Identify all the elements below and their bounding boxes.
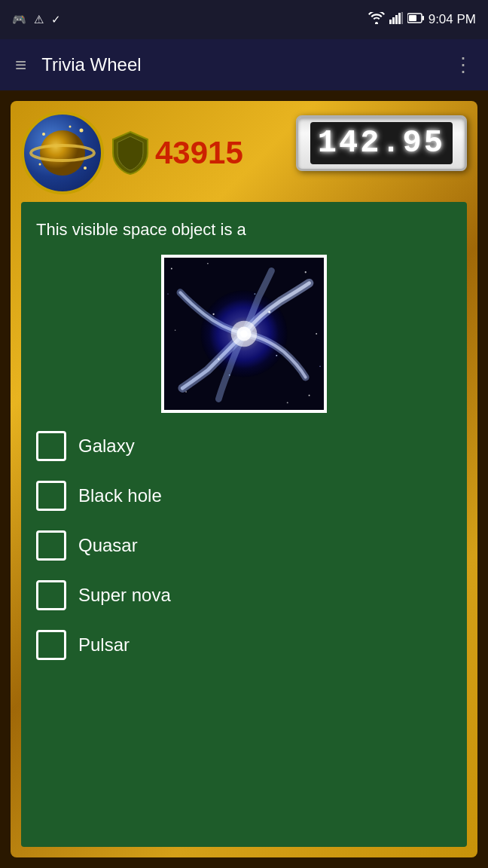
status-icons: 🎮 ⚠ ✓: [12, 13, 61, 26]
checkbox-galaxy[interactable]: [36, 431, 66, 461]
checkbox-black-hole[interactable]: [36, 481, 66, 511]
gold-frame: 43915 142.95 This visible space object i…: [11, 101, 477, 857]
svg-point-25: [319, 366, 321, 368]
svg-point-22: [207, 263, 209, 264]
galaxy-image-container: [36, 255, 452, 413]
shield-badge-icon: [111, 130, 149, 176]
svg-rect-7: [422, 16, 424, 20]
svg-point-17: [305, 271, 307, 273]
svg-point-20: [175, 329, 176, 331]
time-display: 9:04 PM: [429, 12, 476, 27]
game-header: 43915 142.95: [21, 112, 467, 194]
svg-point-24: [167, 294, 168, 295]
svg-point-30: [268, 311, 270, 313]
timer-value: 142.95: [310, 122, 453, 164]
more-options-icon[interactable]: ⋮: [453, 53, 473, 77]
svg-point-23: [287, 402, 288, 403]
warning-icon: ⚠: [34, 13, 44, 26]
answer-option-galaxy[interactable]: Galaxy: [36, 431, 452, 461]
svg-point-13: [84, 167, 87, 170]
svg-point-32: [276, 355, 277, 356]
answer-label-galaxy: Galaxy: [78, 436, 135, 457]
content-card: This visible space object is a: [21, 202, 467, 847]
gamepad-icon: 🎮: [12, 13, 26, 26]
score-display: 43915: [155, 135, 243, 171]
svg-point-29: [240, 330, 248, 338]
svg-point-18: [185, 391, 187, 393]
svg-point-35: [229, 374, 230, 376]
answer-options: Galaxy Black hole Quasar Super nova Puls…: [36, 431, 452, 660]
svg-point-33: [212, 313, 214, 315]
answer-label-black-hole: Black hole: [78, 485, 162, 506]
svg-point-16: [171, 267, 172, 269]
checkbox-super-nova[interactable]: [36, 580, 66, 610]
app-title: Trivia Wheel: [41, 54, 438, 75]
svg-point-8: [40, 130, 85, 176]
answer-option-super-nova[interactable]: Super nova: [36, 580, 452, 610]
svg-rect-1: [392, 17, 395, 24]
signal-icon: [389, 12, 403, 28]
answer-option-black-hole[interactable]: Black hole: [36, 481, 452, 511]
galaxy-image: [161, 255, 327, 413]
svg-rect-0: [389, 20, 392, 24]
checkbox-pulsar[interactable]: [36, 630, 66, 660]
game-area: 43915 142.95 This visible space object i…: [0, 90, 488, 868]
svg-point-11: [80, 129, 84, 133]
svg-rect-3: [398, 13, 401, 24]
hamburger-menu-icon[interactable]: ≡: [15, 53, 26, 77]
svg-rect-6: [409, 15, 416, 21]
answer-label-super-nova: Super nova: [78, 585, 171, 606]
svg-point-19: [309, 395, 310, 396]
status-right-group: 9:04 PM: [368, 12, 476, 28]
timer-display: 142.95: [296, 115, 467, 171]
question-text: This visible space object is a: [36, 220, 452, 240]
svg-point-21: [316, 333, 317, 335]
svg-point-14: [69, 126, 72, 128]
battery-icon: [407, 12, 424, 27]
checkmark-icon: ✓: [51, 13, 61, 26]
answer-option-pulsar[interactable]: Pulsar: [36, 630, 452, 660]
answer-option-quasar[interactable]: Quasar: [36, 530, 452, 561]
status-bar: 🎮 ⚠ ✓ 9:04 PM: [0, 0, 488, 39]
answer-label-pulsar: Pulsar: [78, 634, 130, 656]
svg-point-31: [218, 359, 219, 360]
app-bar: ≡ Trivia Wheel ⋮: [0, 39, 488, 90]
svg-point-34: [254, 293, 255, 295]
svg-point-12: [39, 164, 41, 166]
planet-logo: [21, 112, 104, 194]
svg-rect-4: [401, 12, 403, 24]
wifi-icon: [368, 12, 385, 28]
answer-label-quasar: Quasar: [78, 535, 138, 556]
svg-point-10: [42, 133, 45, 136]
svg-rect-2: [395, 15, 398, 24]
checkbox-quasar[interactable]: [36, 530, 66, 561]
